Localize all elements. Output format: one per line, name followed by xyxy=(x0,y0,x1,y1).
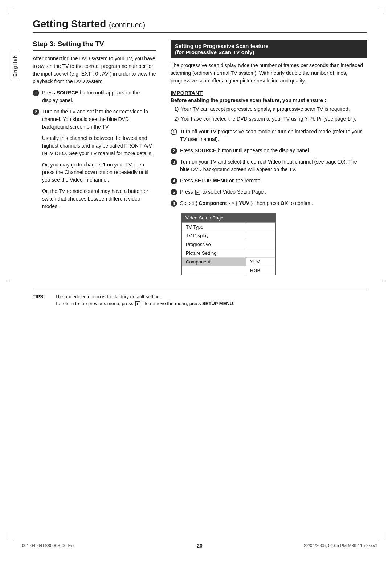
footer-model-num: 39 115 2xxx1 xyxy=(352,543,377,548)
right-num-6: 6 xyxy=(171,200,177,207)
right-step-5: 5 Press ► to select Video Setup Page . xyxy=(171,188,367,196)
sub-num-2: 2) xyxy=(174,115,179,123)
right-step-6: 6 Select { Component } > { YUV }, then p… xyxy=(171,199,367,207)
tips-row-2: To return to the previous menu, press ►.… xyxy=(33,301,367,306)
vst-cell-picturesetting: Picture Setting xyxy=(182,249,246,257)
language-label: English xyxy=(11,52,19,79)
page-content: Getting Started (continued) Step 3: Sett… xyxy=(33,18,367,306)
back-arrow-icon: ► xyxy=(135,301,140,306)
right-text-1: Turn off your TV progressive scan mode o… xyxy=(180,128,367,143)
important-subtitle: Before enabling the progressive scan fea… xyxy=(171,97,367,103)
vst-cell-rgb: RGB xyxy=(246,266,275,275)
corner-mark-tl xyxy=(7,7,14,14)
title-main: Getting Started xyxy=(33,18,106,29)
important-section: IMPORTANT Before enabling the progressiv… xyxy=(171,90,367,123)
vst-row-tvtype: TV Type xyxy=(182,223,275,231)
list-num-1: 1 xyxy=(33,90,39,96)
vst-row-rgb: RGB xyxy=(182,266,275,275)
vst-cell-empty xyxy=(182,266,246,275)
right-num-2: 2 xyxy=(171,148,177,154)
yuv-bold: YUV xyxy=(239,200,249,206)
page: English Getting Started (continued) Step… xyxy=(0,0,392,561)
sub-item-1: 1) Your TV can accept progressive signal… xyxy=(174,105,367,113)
right-text-5: Press ► to select Video Setup Page . xyxy=(180,188,367,196)
vst-row-picturesetting: Picture Setting xyxy=(182,249,275,258)
side-mark-left xyxy=(7,280,9,281)
footer-model: M xyxy=(348,543,352,548)
source-bold-2: SOURCE xyxy=(195,148,216,153)
footer-left: 001-049 HTS8000S-00-Eng xyxy=(22,543,76,548)
right-text-2: Press SOURCE button until appears on the… xyxy=(180,147,367,154)
list-num-2: 2 xyxy=(33,109,39,115)
source-bold-1: SOURCE xyxy=(57,90,78,96)
right-step-1: 1 Turn off your TV progressive scan mode… xyxy=(171,128,367,143)
left-para-2: Or, you may go to channel 1 on your TV, … xyxy=(42,161,156,184)
right-step-2: 2 Press SOURCE button until appears on t… xyxy=(171,147,367,154)
tips-section: TIPS: The underlined option is the facto… xyxy=(33,290,367,306)
sub-item-2: 2) You have connected the DVD system to … xyxy=(174,115,367,123)
section-heading-line1: Setting up Progressive Scan feature xyxy=(175,43,269,49)
vst-row-tvdisplay: TV Display xyxy=(182,231,275,240)
section-heading-line2: (for Progressive Scan TV only) xyxy=(175,49,254,55)
left-para-1: Usually this channel is between the lowe… xyxy=(42,134,156,157)
tips-label: TIPS: xyxy=(33,294,51,299)
tips-spacer xyxy=(33,301,51,306)
component-bold: Component xyxy=(199,200,227,206)
language-sidebar: English xyxy=(11,44,19,87)
section-heading: Setting up Progressive Scan feature (for… xyxy=(171,40,367,58)
list-item-2: 2 Turn on the TV and set it to the corre… xyxy=(33,108,156,131)
list-item-1: 1 Press SOURCE button until appears on t… xyxy=(33,89,156,104)
left-para-3: Or, the TV remote control may have a but… xyxy=(42,187,156,210)
tips-row-1: TIPS: The underlined option is the facto… xyxy=(33,294,367,299)
corner-mark-tr xyxy=(378,7,385,14)
list-text-2: Turn on the TV and set it to the correct… xyxy=(42,108,156,131)
tips-line2: To return to the previous menu, press ►.… xyxy=(55,301,234,306)
right-num-4: 4 xyxy=(171,178,177,184)
footer-date: 22/04/2005, 04:05 PM xyxy=(304,543,347,548)
vst-header: Video Setup Page xyxy=(182,213,275,222)
page-title: Getting Started (continued) xyxy=(33,18,367,33)
title-continued: (continued) xyxy=(109,21,145,29)
right-step-3: 3 Turn on your TV and select the correct… xyxy=(171,158,367,173)
right-num-5: 5 xyxy=(171,189,177,195)
tips-line1: The underlined option is the factory def… xyxy=(55,294,161,299)
sub-text-2: You have connected the DVD system to you… xyxy=(181,115,356,123)
vst-cell-tvdisplay: TV Display xyxy=(182,231,246,240)
vst-body: TV Type TV Display Progressive Pict xyxy=(182,222,275,275)
right-num-1: 1 xyxy=(171,129,177,135)
left-column: Step 3: Setting the TV After connecting … xyxy=(33,40,156,214)
sub-num-1: 1) xyxy=(174,105,179,113)
vst-cell-progressive: Progressive xyxy=(182,240,246,249)
vst-row-progressive: Progressive xyxy=(182,240,275,249)
footer-right: 22/04/2005, 04:05 PM M39 115 2xxx1 xyxy=(304,543,377,548)
side-mark-right xyxy=(383,280,385,281)
list-text-1: Press SOURCE button until appears on the… xyxy=(42,89,156,104)
vst-cell-component: Component xyxy=(182,258,246,266)
step-heading: Step 3: Setting the TV xyxy=(33,40,156,51)
sub-text-1: Your TV can accept progressive signals, … xyxy=(181,105,350,113)
corner-mark-br xyxy=(378,532,385,539)
tips-underline: underlined option xyxy=(65,294,101,299)
vst-cell-tvtype-val xyxy=(246,223,275,231)
right-text-3: Turn on your TV and select the correct V… xyxy=(180,158,367,173)
vst-cell-progressive-val xyxy=(246,240,275,249)
vst-cell-picturesetting-val xyxy=(246,249,275,257)
video-setup-table: Video Setup Page TV Type TV Display Prog… xyxy=(181,213,276,275)
right-text-6: Select { Component } > { YUV }, then pre… xyxy=(180,199,367,207)
setup-menu-tips: SETUP MENU xyxy=(202,301,233,306)
yuv-underline: YUV xyxy=(250,259,260,265)
right-text-4: Press SETUP MENU on the remote. xyxy=(180,177,367,185)
two-column-layout: Step 3: Setting the TV After connecting … xyxy=(33,40,367,275)
right-column: Setting up Progressive Scan feature (for… xyxy=(171,40,367,275)
left-intro-text: After connecting the DVD system to your … xyxy=(33,55,156,85)
setup-menu-bold: SETUP MENU xyxy=(195,178,228,183)
vst-row-component: Component YUV xyxy=(182,258,275,266)
ok-bold: OK xyxy=(281,200,288,206)
important-sub-list: 1) Your TV can accept progressive signal… xyxy=(174,105,367,123)
important-title: IMPORTANT xyxy=(171,90,367,96)
page-footer: 001-049 HTS8000S-00-Eng 20 22/04/2005, 0… xyxy=(22,543,377,548)
right-num-3: 3 xyxy=(171,159,177,165)
vst-cell-yuv: YUV xyxy=(246,258,275,266)
right-step-4: 4 Press SETUP MENU on the remote. xyxy=(171,177,367,185)
right-intro-text: The progressive scan display twice the n… xyxy=(171,62,367,85)
